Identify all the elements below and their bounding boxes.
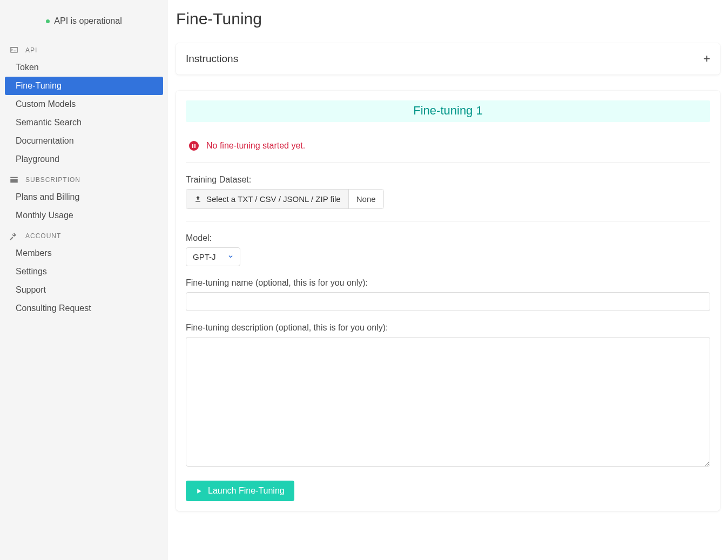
api-status-text: API is operational xyxy=(54,16,122,26)
ft-name-label: Fine-tuning name (optional, this is for … xyxy=(186,278,710,288)
plus-icon: + xyxy=(703,52,710,66)
sidebar-item-members[interactable]: Members xyxy=(5,244,163,262)
section-label: SUBSCRIPTION xyxy=(25,176,80,184)
fine-tuning-banner: Fine-tuning 1 xyxy=(186,100,710,122)
sidebar-item-consulting-request[interactable]: Consulting Request xyxy=(5,299,163,318)
ft-desc-textarea[interactable] xyxy=(186,337,710,467)
sidebar-item-support[interactable]: Support xyxy=(5,281,163,299)
sidebar-item-semantic-search[interactable]: Semantic Search xyxy=(5,113,163,132)
tools-icon xyxy=(9,231,19,241)
selected-file-name: None xyxy=(349,190,383,208)
upload-icon xyxy=(194,195,202,203)
credit-card-icon xyxy=(9,175,19,185)
instructions-title: Instructions xyxy=(186,53,238,65)
sidebar-item-monthly-usage[interactable]: Monthly Usage xyxy=(5,206,163,225)
ft-status-row: No fine-tuning started yet. xyxy=(186,138,710,163)
sidebar-item-settings[interactable]: Settings xyxy=(5,262,163,281)
ft-desc-label: Fine-tuning description (optional, this … xyxy=(186,323,710,333)
section-label: API xyxy=(25,46,37,54)
ft-status-text: No fine-tuning started yet. xyxy=(206,141,305,151)
section-header-subscription: SUBSCRIPTION xyxy=(0,172,168,188)
ft-name-input[interactable] xyxy=(186,292,710,311)
launch-button-label: Launch Fine-Tuning xyxy=(208,486,285,496)
model-select-wrap: GPT-J xyxy=(186,247,240,266)
play-icon xyxy=(196,488,203,495)
section-header-account: ACCOUNT xyxy=(0,228,168,244)
model-select[interactable]: GPT-J xyxy=(186,247,240,266)
section-label: ACCOUNT xyxy=(25,232,61,240)
instructions-card: Instructions + xyxy=(176,43,720,75)
launch-fine-tuning-button[interactable]: Launch Fine-Tuning xyxy=(186,481,294,501)
page-title: Fine-Tuning xyxy=(176,10,720,28)
sidebar-item-plans-and-billing[interactable]: Plans and Billing xyxy=(5,188,163,206)
sidebar-item-playground[interactable]: Playground xyxy=(5,150,163,168)
instructions-toggle[interactable]: Instructions + xyxy=(176,43,720,75)
select-file-button-label: Select a TXT / CSV / JSONL / ZIP file xyxy=(206,194,341,204)
sidebar-item-token[interactable]: Token xyxy=(5,58,163,77)
sidebar-item-documentation[interactable]: Documentation xyxy=(5,132,163,150)
sidebar: API is operational API TokenFine-TuningC… xyxy=(0,0,168,560)
file-selector: Select a TXT / CSV / JSONL / ZIP file No… xyxy=(186,189,384,209)
sidebar-item-custom-models[interactable]: Custom Models xyxy=(5,95,163,113)
status-dot-icon xyxy=(46,19,50,23)
select-file-button[interactable]: Select a TXT / CSV / JSONL / ZIP file xyxy=(186,190,349,208)
training-dataset-label: Training Dataset: xyxy=(186,175,710,185)
api-status: API is operational xyxy=(0,16,168,26)
main-content: Fine-Tuning Instructions + Fine-tuning 1… xyxy=(168,0,728,560)
model-label: Model: xyxy=(186,233,710,243)
fine-tuning-card: Fine-tuning 1 No fine-tuning started yet… xyxy=(176,91,720,511)
pause-icon xyxy=(189,141,199,151)
section-header-api: API xyxy=(0,42,168,58)
terminal-icon xyxy=(9,45,19,55)
sidebar-item-fine-tuning[interactable]: Fine-Tuning xyxy=(5,77,163,95)
